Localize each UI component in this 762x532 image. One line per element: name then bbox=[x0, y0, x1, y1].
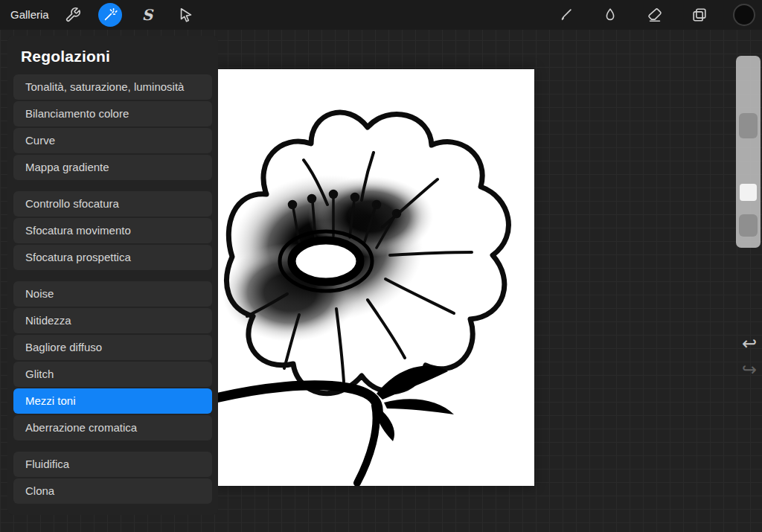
eraser-button[interactable] bbox=[641, 1, 668, 28]
selection-s-icon: S bbox=[142, 6, 153, 24]
menu-item-sfocatura-movimento[interactable]: Sfocatura movimento bbox=[13, 218, 212, 243]
panel-title: Regolazioni bbox=[7, 36, 218, 74]
transform-arrow-icon bbox=[178, 7, 194, 23]
redo-button[interactable]: ↪ bbox=[740, 360, 759, 379]
menu-item-tonalita-saturazione-luminosita[interactable]: Tonalità, saturazione, luminosità bbox=[13, 74, 212, 100]
menu-group-retouch: Fluidifica Clona bbox=[13, 452, 212, 504]
transform-button[interactable] bbox=[173, 1, 199, 28]
gallery-button[interactable]: Galleria bbox=[10, 0, 49, 30]
undo-icon: ↩ bbox=[742, 333, 757, 354]
actions-button[interactable] bbox=[60, 1, 86, 28]
menu-item-mappa-gradiente[interactable]: Mappa gradiente bbox=[13, 155, 212, 180]
eraser-icon bbox=[647, 7, 663, 23]
menu-item-noise[interactable]: Noise bbox=[13, 281, 212, 307]
smudge-button[interactable] bbox=[597, 1, 624, 28]
menu-item-sfocatura-prospettica[interactable]: Sfocatura prospettica bbox=[13, 245, 212, 270]
brush-size-slider-handle[interactable] bbox=[739, 113, 758, 138]
top-toolbar: Galleria S bbox=[0, 0, 762, 30]
magic-wand-icon bbox=[102, 7, 118, 23]
color-button[interactable] bbox=[731, 1, 758, 28]
smudge-icon bbox=[602, 7, 618, 23]
menu-item-glitch[interactable]: Glitch bbox=[13, 362, 212, 387]
menu-item-controllo-sfocatura[interactable]: Controllo sfocatura bbox=[13, 191, 212, 217]
wrench-icon bbox=[65, 7, 81, 23]
right-tool-group bbox=[552, 0, 758, 30]
menu-item-aberrazione-cromatica[interactable]: Aberrazione cromatica bbox=[13, 415, 212, 440]
color-swatch bbox=[733, 4, 755, 26]
drawing-canvas[interactable] bbox=[216, 69, 534, 486]
opacity-slider-handle[interactable] bbox=[739, 214, 758, 237]
layers-button[interactable] bbox=[686, 1, 713, 28]
menu-item-clona[interactable]: Clona bbox=[13, 478, 212, 504]
left-tool-group: S bbox=[60, 0, 199, 30]
menu-group-effects: Noise Nitidezza Bagliore diffuso Glitch … bbox=[13, 281, 212, 440]
adjustments-button[interactable] bbox=[98, 3, 122, 27]
undo-button[interactable]: ↩ bbox=[740, 334, 759, 353]
brush-button[interactable] bbox=[552, 1, 579, 28]
flower-artwork bbox=[216, 69, 534, 486]
menu-item-nitidezza[interactable]: Nitidezza bbox=[13, 308, 212, 333]
menu-group-color: Tonalità, saturazione, luminosità Bilanc… bbox=[13, 74, 212, 180]
brush-icon bbox=[557, 7, 574, 23]
menu-item-bagliore-diffuso[interactable]: Bagliore diffuso bbox=[13, 335, 212, 360]
menu-group-blur: Controllo sfocatura Sfocatura movimento … bbox=[13, 191, 212, 270]
sidebar-slider-track[interactable] bbox=[736, 56, 761, 248]
selection-button[interactable]: S bbox=[134, 1, 161, 28]
modify-button[interactable] bbox=[740, 184, 757, 201]
layers-icon bbox=[691, 7, 708, 23]
redo-icon: ↪ bbox=[742, 359, 757, 380]
menu-item-mezzi-toni[interactable]: Mezzi toni bbox=[13, 388, 212, 414]
adjustments-panel: Regolazioni Tonalità, saturazione, lumin… bbox=[7, 36, 218, 515]
menu-item-fluidifica[interactable]: Fluidifica bbox=[13, 452, 212, 477]
menu-item-curve[interactable]: Curve bbox=[13, 128, 212, 153]
menu-item-bilanciamento-colore[interactable]: Bilanciamento colore bbox=[13, 101, 212, 126]
